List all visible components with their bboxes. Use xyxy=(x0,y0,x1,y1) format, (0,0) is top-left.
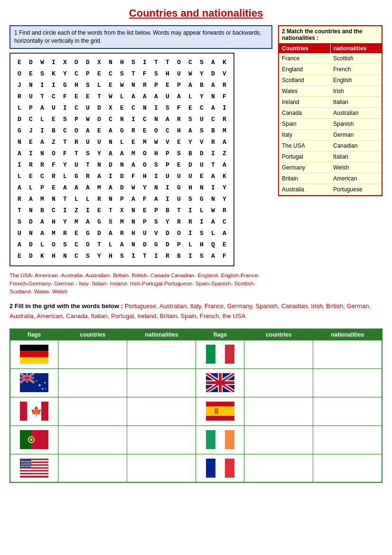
grid-cell: H xyxy=(105,251,116,262)
match-country: Ireland xyxy=(279,98,330,106)
grid-cell: F xyxy=(140,194,150,205)
grid-cell: G xyxy=(71,171,82,182)
grid-cell: A xyxy=(208,251,218,262)
grid-cell: X xyxy=(94,57,104,68)
grid-cell: D xyxy=(26,217,36,227)
flag-australia: ★ ★ ★ ★ ★ xyxy=(20,373,48,392)
grid-cell: E xyxy=(105,80,116,91)
match-row: SpainSpanish xyxy=(279,119,382,130)
grid-cell: S xyxy=(151,69,161,79)
nationalities-input-6[interactable] xyxy=(313,397,382,425)
page-title: Countries and nationalities xyxy=(9,7,383,19)
grid-cell: P xyxy=(174,240,184,250)
countries-input-4[interactable] xyxy=(244,368,313,397)
grid-cell: K xyxy=(219,57,230,68)
grid-cell: E xyxy=(174,137,184,148)
nationalities-input-7[interactable] xyxy=(127,425,196,454)
grid-cell: Y xyxy=(60,217,70,227)
header-countries: Countries xyxy=(279,44,331,53)
grid-cell: N xyxy=(105,57,116,68)
grid-cell: L xyxy=(26,183,36,193)
grid-cell: D xyxy=(140,240,150,250)
flag-spain xyxy=(206,402,234,421)
flag-portugal-cell xyxy=(10,425,58,454)
match-country: Britain xyxy=(279,174,330,183)
grid-cell: L xyxy=(185,92,196,102)
nationalities-input-4[interactable] xyxy=(313,368,382,397)
grid-cell: D xyxy=(117,171,127,182)
countries-input-9[interactable] xyxy=(58,454,127,482)
nationalities-input-1[interactable] xyxy=(127,340,196,368)
grid-cell: V xyxy=(151,228,161,239)
match-row: AustraliaPortuguese xyxy=(279,184,382,195)
grid-cell: F xyxy=(140,69,150,79)
countries-input-7[interactable] xyxy=(58,425,127,454)
countries-input-2[interactable] xyxy=(244,340,313,368)
countries-input-1[interactable] xyxy=(58,340,127,368)
grid-cell: T xyxy=(94,240,104,250)
grid-cell: E xyxy=(94,206,104,216)
match-country: Wales xyxy=(279,87,330,95)
nationalities-input-8[interactable] xyxy=(313,425,382,454)
grid-cell: R xyxy=(37,160,47,170)
grid-cell: L xyxy=(196,206,207,216)
grid-cell: S xyxy=(185,114,196,125)
grid-cell: V xyxy=(162,137,173,148)
nationalities-input-5[interactable] xyxy=(127,397,196,425)
countries-input-5[interactable] xyxy=(58,397,127,425)
grid-cell: U xyxy=(174,194,184,205)
grid-cell: D xyxy=(94,228,104,239)
match-nationality: Italian xyxy=(330,98,382,106)
grid-cell: A xyxy=(117,240,127,250)
nationalities-input-2[interactable] xyxy=(313,340,382,368)
grid-cell: A xyxy=(185,80,196,91)
flag-ireland-cell xyxy=(196,425,244,454)
grid-cell: N xyxy=(151,183,161,193)
grid-cell: T xyxy=(37,92,47,102)
grid-cell: B xyxy=(48,126,59,136)
grid-cell: P xyxy=(151,206,161,216)
countries-input-3[interactable] xyxy=(58,368,127,397)
grid-cell: E xyxy=(14,251,25,262)
grid-cell: U xyxy=(94,137,104,148)
grid-cell: T xyxy=(83,160,93,170)
grid-cell: I xyxy=(151,171,161,182)
grid-cell: Y xyxy=(60,69,70,79)
table-row: ★★★★★★ ★★★★★ ★★★★★★ xyxy=(10,454,382,482)
grid-cell: A xyxy=(208,57,218,68)
grid-cell: A xyxy=(14,149,25,159)
grid-cell: U xyxy=(162,92,173,102)
flag-uk-cell xyxy=(196,368,244,397)
grid-cell: T xyxy=(60,194,70,205)
grid-cell: A xyxy=(219,160,230,170)
grid-cell: P xyxy=(37,183,47,193)
grid-cell: N xyxy=(128,217,139,227)
grid-cell: Y xyxy=(94,251,104,262)
countries-input-8[interactable] xyxy=(244,425,313,454)
grid-cell: N xyxy=(26,228,36,239)
grid-cell: S xyxy=(151,217,161,227)
grid-cell: E xyxy=(14,57,25,68)
nationalities-input-9[interactable] xyxy=(127,454,196,482)
grid-cell: A xyxy=(26,194,36,205)
grid-cell: S xyxy=(14,217,25,227)
countries-input-10[interactable] xyxy=(244,454,313,482)
nationalities-input-3[interactable] xyxy=(127,368,196,397)
grid-cell: A xyxy=(14,240,25,250)
grid-cell: W xyxy=(37,57,47,68)
grid-cell: M xyxy=(94,183,104,193)
grid-cell: I xyxy=(208,183,218,193)
match-nationality: Welsh xyxy=(330,163,382,172)
grid-cell: K xyxy=(48,69,59,79)
svg-rect-57 xyxy=(215,459,225,478)
countries-input-6[interactable] xyxy=(244,397,313,425)
nationalities-input-10[interactable] xyxy=(313,454,382,482)
grid-cell: N xyxy=(37,149,47,159)
grid-cell: R xyxy=(71,137,82,148)
grid-cell: G xyxy=(117,126,127,136)
grid-cell: F xyxy=(60,149,70,159)
match-country: Portugal xyxy=(279,152,330,161)
grid-cell: E xyxy=(26,137,36,148)
grid-cell: O xyxy=(14,69,25,79)
grid-cell: C xyxy=(60,126,70,136)
